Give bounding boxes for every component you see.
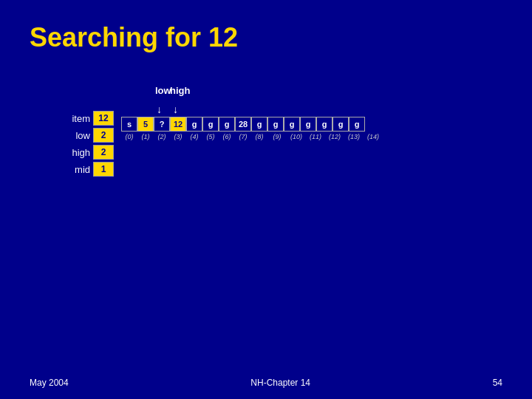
array-index: (6) (219, 132, 235, 142)
array-index: (2) (154, 132, 170, 142)
array-panel: lowhigh ↓↓ s5?12ggg28ggggggg (0)(1)(2)(3… (121, 83, 383, 142)
array-cell: s (121, 117, 137, 132)
footer-center: NH-Chapter 14 (250, 378, 310, 388)
array-index: (14) (364, 132, 383, 142)
arrow-row: ↓↓ (121, 105, 365, 117)
footer: May 2004 NH-Chapter 14 54 (0, 378, 532, 388)
var-label: low (66, 130, 90, 141)
slide: Searching for 12 item12low2high2mid1 low… (0, 0, 532, 399)
array-index: (11) (306, 132, 325, 142)
array-index: (7) (235, 132, 251, 142)
footer-right: 54 (493, 378, 502, 388)
array-index: (12) (325, 132, 344, 142)
array-cell: g (316, 117, 332, 132)
array-index: (10) (287, 132, 306, 142)
var-value: 2 (93, 128, 114, 143)
array-index: (13) (344, 132, 364, 142)
array-cell: g (332, 117, 349, 132)
array-index: (8) (251, 132, 267, 142)
low-arrow-icon: ↓ (157, 103, 162, 115)
high-arrow-icon: ↓ (173, 103, 178, 115)
var-label: mid (66, 164, 90, 175)
array-index: (5) (202, 132, 219, 142)
data-row: s5?12ggg28ggggggg (121, 117, 383, 132)
low-label: low (155, 85, 171, 96)
array-cell: g (267, 117, 284, 132)
array-cell: 28 (235, 117, 251, 132)
footer-left: May 2004 (30, 378, 69, 388)
array-cell: g (219, 117, 235, 132)
lh-label-row: lowhigh (121, 83, 365, 105)
array-cell: ? (154, 117, 170, 132)
high-label: high (170, 85, 190, 96)
top-section: item12low2high2mid1 lowhigh ↓↓ s5?12ggg2… (66, 83, 383, 177)
var-row: low2 (66, 128, 114, 143)
array-cell: g (251, 117, 267, 132)
array-index: (3) (170, 132, 186, 142)
array-index: (9) (267, 132, 287, 142)
array-cell: g (300, 117, 316, 132)
var-row: high2 (66, 145, 114, 160)
var-row: item12 (66, 111, 114, 126)
array-cell: 5 (137, 117, 154, 132)
array-cell: 12 (170, 117, 186, 132)
diagram: item12low2high2mid1 lowhigh ↓↓ s5?12ggg2… (66, 83, 502, 177)
array-cell: g (202, 117, 219, 132)
variables-panel: item12low2high2mid1 (66, 83, 114, 177)
slide-title: Searching for 12 (30, 22, 502, 53)
var-value: 12 (93, 111, 114, 126)
var-value: 2 (93, 145, 114, 160)
array-cell: g (186, 117, 202, 132)
array-cell: g (349, 117, 365, 132)
array-index: (0) (121, 132, 137, 142)
array-index: (1) (137, 132, 154, 142)
array-cell: g (284, 117, 300, 132)
var-value: 1 (93, 162, 114, 177)
var-label: high (66, 147, 90, 158)
var-row: mid1 (66, 162, 114, 177)
array-index: (4) (186, 132, 202, 142)
var-label: item (66, 113, 90, 124)
index-row: (0)(1)(2)(3)(4)(5)(6)(7)(8)(9)(10)(11)(1… (121, 132, 383, 142)
